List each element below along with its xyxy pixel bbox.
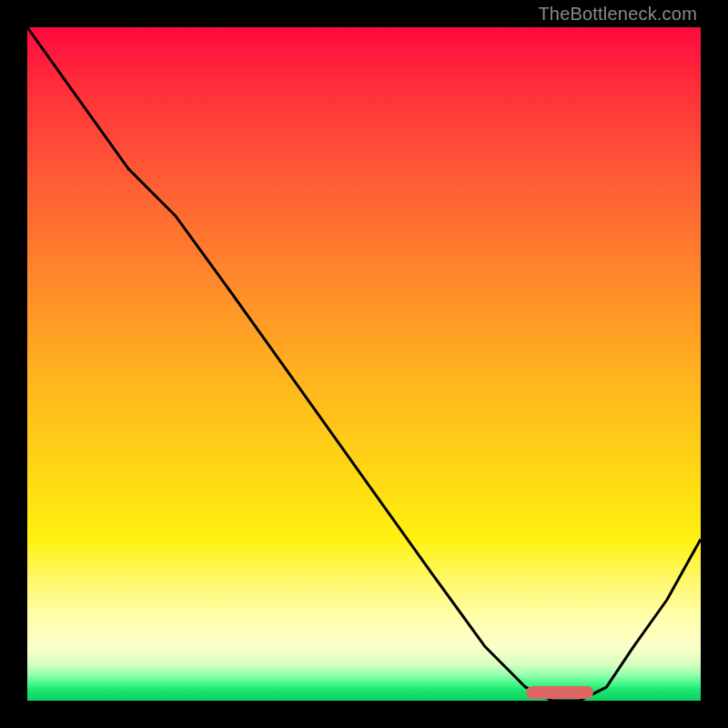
curve-path bbox=[27, 27, 701, 701]
watermark-text: TheBottleneck.com bbox=[538, 4, 697, 25]
plot-area bbox=[27, 27, 701, 701]
bottleneck-curve bbox=[27, 27, 701, 701]
optimal-range-marker bbox=[526, 686, 593, 699]
